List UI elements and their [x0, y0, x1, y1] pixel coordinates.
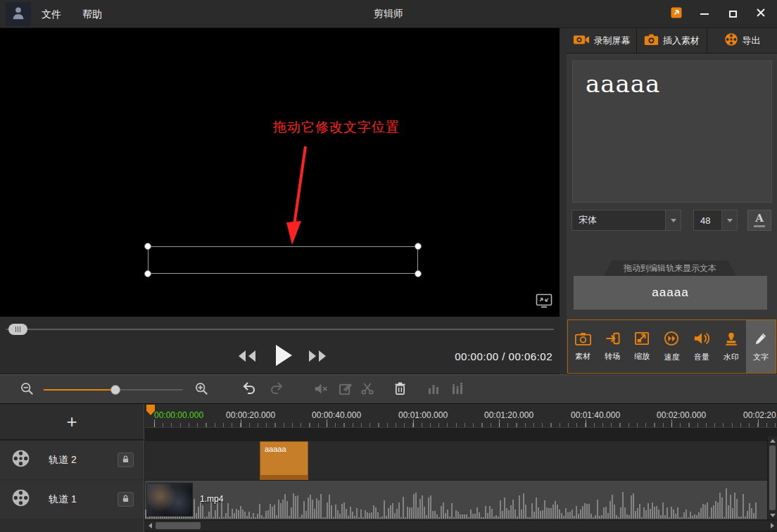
font-size-value: 48	[694, 215, 721, 226]
ruler-ticks-major	[154, 419, 777, 427]
tool-watermark[interactable]: 水印	[716, 320, 746, 373]
font-color-button[interactable]: A	[747, 210, 771, 231]
fullscreen-button[interactable]	[534, 293, 554, 311]
mode-switch-icon	[669, 6, 683, 23]
add-track-button[interactable]: +	[0, 404, 144, 441]
font-color-bar	[754, 225, 765, 227]
scroll-right-button[interactable]	[767, 521, 777, 531]
edit-clip-button[interactable]	[336, 381, 353, 398]
timeline-ruler[interactable]: 00:00:00.000 00:00:20.000 00:00:40.000 0…	[145, 404, 777, 428]
font-family-value: 宋体	[572, 214, 665, 227]
audio-waveform	[145, 481, 767, 519]
tool-scale[interactable]: 缩放	[627, 320, 657, 373]
triangle-left-icon	[149, 523, 152, 528]
font-controls: 宋体 48 A	[567, 210, 777, 231]
scroll-left-button[interactable]	[145, 521, 155, 531]
triangle-right-icon	[771, 523, 774, 528]
text-selection-box[interactable]	[148, 246, 418, 274]
track-1-lock-button[interactable]	[118, 492, 134, 507]
scissors-icon	[360, 382, 374, 398]
export-button[interactable]: 导出	[707, 28, 777, 53]
horizontal-scroll-thumb[interactable]	[156, 522, 201, 529]
triangle-down-icon	[770, 514, 776, 517]
chevron-down-icon[interactable]	[721, 210, 737, 230]
maximize-button[interactable]	[724, 5, 742, 23]
insert-material-button[interactable]: 插入素材	[637, 28, 707, 53]
tool-material-label: 素材	[575, 351, 590, 362]
titlebar: 文件 帮助 剪辑师	[0, 0, 777, 28]
pencil-icon	[754, 331, 768, 349]
speed-icon	[664, 331, 679, 349]
mode-switch-button[interactable]	[667, 5, 686, 23]
annotation-arrow-icon	[267, 134, 331, 260]
fast-forward-button[interactable]	[307, 348, 328, 367]
zoom-out-button[interactable]	[18, 381, 35, 398]
track-header-1: 轨道 1	[0, 480, 144, 519]
delete-button[interactable]	[391, 381, 408, 398]
track-reel-icon	[11, 488, 30, 510]
audio-wave-view-button[interactable]	[425, 381, 442, 398]
selection-handle-top-right[interactable]	[415, 243, 422, 250]
selection-handle-top-left[interactable]	[144, 243, 151, 250]
text-clip-label: aaaaa	[260, 442, 308, 453]
right-panel: 录制屏幕 插入素材 导出 aaaaa 宋体	[567, 28, 777, 374]
tool-speed[interactable]: 速度	[657, 320, 686, 373]
zoom-in-button[interactable]	[193, 381, 210, 398]
ruler-label: 00:00:20.000	[226, 410, 275, 420]
user-avatar[interactable]	[6, 2, 31, 26]
scroll-up-button[interactable]	[768, 436, 777, 445]
split-clip-button[interactable]	[359, 381, 376, 398]
rewind-icon	[237, 350, 257, 365]
zoom-slider[interactable]	[44, 389, 183, 391]
menu-file[interactable]: 文件	[31, 0, 72, 28]
scale-icon	[634, 331, 650, 348]
transition-arrow-icon	[605, 331, 621, 348]
scroll-down-button[interactable]	[768, 511, 777, 519]
user-icon	[11, 5, 26, 23]
draggable-text-item[interactable]: aaaaa	[574, 276, 767, 310]
track-reel-icon	[11, 449, 30, 471]
tool-material[interactable]: 素材	[568, 320, 598, 373]
track-header-column: + 轨道 2 轨道 1	[0, 404, 144, 532]
zoom-slider-fill	[44, 389, 115, 391]
mute-audio-button[interactable]	[312, 381, 329, 398]
rewind-button[interactable]	[236, 348, 258, 367]
seek-handle[interactable]	[8, 324, 27, 335]
photo-camera-icon	[644, 33, 659, 48]
tool-text[interactable]: 文字	[746, 320, 776, 373]
export-label: 导出	[743, 34, 761, 47]
trash-icon	[394, 381, 406, 398]
film-reel-icon	[724, 32, 738, 49]
vertical-scroll-thumb[interactable]	[769, 445, 776, 510]
menu-help[interactable]: 帮助	[72, 0, 113, 28]
ruler-label: 00:01:40.000	[571, 410, 620, 420]
font-family-select[interactable]: 宋体	[571, 210, 681, 231]
panel-tool-bar: 素材 转场 缩放 速度	[567, 319, 776, 374]
chevron-down-icon[interactable]	[665, 210, 681, 230]
close-button[interactable]	[752, 5, 770, 23]
play-button[interactable]	[273, 345, 294, 369]
tool-speed-label: 速度	[664, 352, 679, 362]
fast-forward-icon	[308, 350, 327, 365]
track-2-lock-button[interactable]	[118, 452, 134, 467]
redo-button[interactable]	[267, 381, 284, 398]
record-screen-button[interactable]: 录制屏幕	[567, 28, 637, 53]
selection-handle-bottom-right[interactable]	[415, 270, 422, 277]
text-edit-area[interactable]: aaaaa	[572, 61, 772, 203]
zoom-slider-handle[interactable]	[110, 385, 120, 395]
undo-button[interactable]	[241, 381, 258, 398]
minimize-button[interactable]	[695, 5, 714, 23]
time-display: 00:00:00 / 00:06:02	[455, 350, 552, 362]
vertical-scrollbar[interactable]	[767, 436, 777, 519]
text-clip[interactable]: aaaaa	[260, 441, 308, 480]
font-size-select[interactable]: 48	[693, 210, 738, 231]
selection-handle-bottom-left[interactable]	[144, 270, 151, 277]
video-clip[interactable]: 1.mp4	[145, 481, 767, 519]
tool-volume[interactable]: 音量	[687, 320, 716, 373]
horizontal-scrollbar[interactable]	[145, 521, 777, 531]
audio-column-view-button[interactable]	[449, 381, 466, 398]
seek-slider[interactable]	[6, 329, 554, 330]
tool-transition[interactable]: 转场	[598, 320, 627, 373]
insert-material-label: 插入素材	[663, 34, 700, 47]
timeline-content: 00:00:00.000 00:00:20.000 00:00:40.000 0…	[145, 404, 777, 532]
